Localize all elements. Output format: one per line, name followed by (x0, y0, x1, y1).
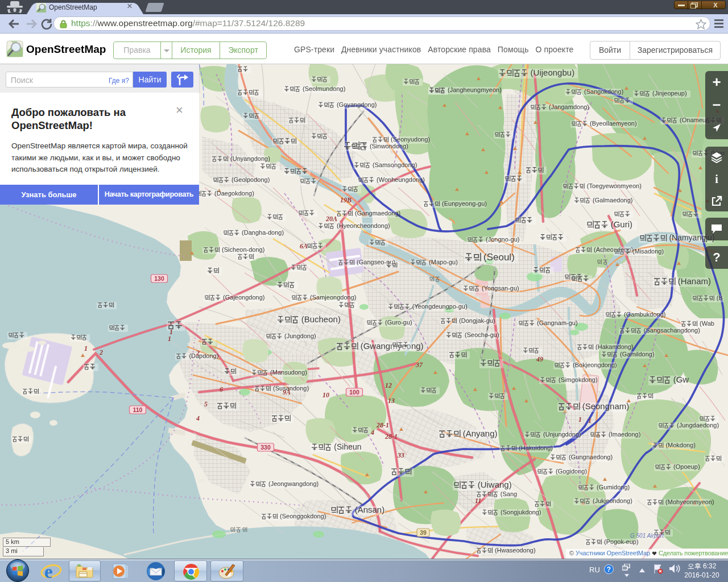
svg-text:(Songjukdong): (Songjukdong) (500, 509, 541, 516)
svg-text:(Sangsachangdong): (Sangsachangdong) (644, 327, 700, 334)
svg-text:(Hanam): (Hanam) (678, 276, 711, 286)
svg-text:(Gangmaedong): (Gangmaedong) (355, 210, 400, 217)
svg-text:(Uijeongbu): (Uijeongbu) (531, 68, 575, 77)
svg-text:(Dapdong): (Dapdong) (189, 352, 218, 359)
svg-text:(Yongsan-gu): (Yongsan-gu) (482, 285, 519, 292)
svg-text:(Galmaedong): (Galmaedong) (593, 197, 632, 203)
svg-text:4: 4 (370, 429, 374, 436)
svg-text:(Gambukdong): (Gambukdong) (624, 311, 665, 318)
svg-text:(Sangokdong): (Sangokdong) (584, 88, 623, 95)
svg-text:20A: 20A (325, 215, 337, 223)
svg-text:(Eunpyeong-gu): (Eunpyeong-gu) (442, 200, 487, 207)
svg-text:(Dangha-dong): (Dangha-dong) (242, 229, 284, 236)
svg-text:49: 49 (536, 355, 543, 363)
svg-text:(Seonggokdong): (Seonggokdong) (280, 513, 326, 519)
svg-text:(Gajeongdong): (Gajeongdong) (223, 294, 264, 301)
svg-text:(Jukjeondong): (Jukjeondong) (593, 497, 632, 504)
svg-text:33: 33 (397, 451, 404, 459)
svg-text:G 501 Airport: G 501 Airport (630, 533, 664, 539)
svg-text:(Jongno-gu): (Jongno-gu) (486, 236, 519, 243)
svg-text:(Pogok-eup): (Pogok-eup) (604, 538, 639, 545)
svg-text:19B: 19B (340, 196, 351, 204)
svg-text:(Opoeup): (Opoeup) (673, 463, 700, 470)
svg-text:(Wab: (Wab (700, 320, 714, 327)
svg-text:(Goyangdong): (Goyangdong) (337, 101, 377, 108)
svg-text:(Gogidong): (Gogidong) (556, 468, 587, 475)
svg-text:(Gangnam-gu): (Gangnam-gu) (537, 319, 578, 326)
svg-text:(Seonyudong): (Seonyudong) (391, 136, 430, 143)
svg-text:6A: 6A (300, 242, 308, 250)
svg-text:12: 12 (385, 381, 392, 389)
svg-text:(Toegyewonmyeon): (Toegyewonmyeon) (587, 182, 642, 189)
svg-text:(Gumidong): (Gumidong) (597, 484, 630, 490)
svg-text:(Jeongwangdong): (Jeongwangdong) (268, 480, 318, 487)
svg-text:39: 39 (420, 529, 427, 536)
svg-text:(Gungnaedong): (Gungnaedong) (569, 454, 613, 460)
svg-text:(Samsongdong): (Samsongdong) (373, 161, 417, 168)
svg-text:(Gamildong): (Gamildong) (620, 351, 655, 357)
svg-text:(Bokjeongdong): (Bokjeongdong) (573, 361, 617, 368)
svg-text:(Misadong): (Misadong) (632, 248, 664, 255)
svg-text:(Sicheon-dong): (Sicheon-dong) (222, 246, 264, 253)
svg-text:37: 37 (415, 361, 423, 369)
svg-text:(Mansudong): (Mansudong) (270, 369, 307, 376)
svg-text:(Seoul): (Seoul) (483, 252, 515, 263)
svg-text:(Byeollaemyeon): (Byeollaemyeon) (590, 120, 637, 127)
svg-text:(Bucheon): (Bucheon) (301, 314, 341, 324)
svg-text:(Hwaseodong): (Hwaseodong) (495, 547, 536, 554)
svg-text:e: e (44, 562, 53, 582)
svg-text:(Dongjak-gu): (Dongjak-gu) (459, 317, 495, 324)
svg-text:(Unjungdong): (Unjungdong) (543, 431, 581, 438)
svg-text:(Samjeongdong): (Samjeongdong) (310, 294, 356, 301)
svg-text:(Mohyeonmyeon): (Mohyeonmyeon) (665, 498, 714, 505)
svg-text:110: 110 (133, 406, 143, 413)
svg-text:13: 13 (388, 397, 395, 405)
svg-text:1: 1 (168, 335, 171, 343)
svg-text:(Hakamdong): (Hakamdong) (595, 343, 634, 350)
svg-text:(Geolpodong): (Geolpodong) (231, 176, 270, 183)
svg-text:(Uiwang): (Uiwang) (478, 480, 512, 489)
svg-text:(Seolmundong): (Seolmundong) (303, 85, 345, 92)
svg-text:(Unyangdong): (Unyangdong) (230, 155, 270, 162)
svg-text:100: 100 (349, 389, 359, 396)
svg-text:(Guro-gu): (Guro-gu) (385, 319, 412, 326)
svg-text:1: 1 (578, 415, 582, 423)
svg-text:(Hyeoncheondong): (Hyeoncheondong) (337, 222, 390, 229)
svg-text:(Guri): (Guri) (611, 219, 632, 229)
svg-text:(Sinwondong): (Sinwondong) (370, 143, 408, 149)
svg-text:(Imaedong): (Imaedong) (609, 431, 640, 438)
svg-text:(Hakuidong): (Hakuidong) (519, 444, 553, 451)
svg-text:5: 5 (204, 400, 208, 408)
svg-text:(Mokdong): (Mokdong) (665, 442, 696, 448)
svg-text:1: 1 (84, 344, 88, 352)
svg-text:(Mapo-gu): (Mapo-gu) (429, 259, 458, 265)
svg-text:6: 6 (220, 385, 223, 393)
svg-text:9A: 9A (283, 388, 291, 396)
svg-text:(Jangamdong): (Jangamdong) (549, 103, 589, 110)
svg-text:130: 130 (154, 275, 164, 282)
svg-text:330: 330 (260, 444, 271, 451)
svg-text:2: 2 (196, 349, 200, 357)
svg-text:(Jangheungmyeon): (Jangheungmyeon) (448, 86, 502, 93)
svg-text:(B: (B (717, 294, 723, 301)
svg-text:(Susandong): (Susandong) (273, 385, 309, 392)
svg-text:(Seongnam): (Seongnam) (582, 401, 630, 411)
svg-text:(Ansan): (Ansan) (355, 505, 385, 514)
svg-text:11: 11 (475, 497, 481, 505)
svg-text:(Jinjeopeup): (Jinjeopeup) (652, 90, 687, 97)
svg-text:(Gw: (Gw (673, 375, 689, 384)
svg-text:(Yeongdeungpo-gu): (Yeongdeungpo-gu) (412, 303, 468, 310)
svg-text:28-1: 28-1 (376, 421, 389, 429)
svg-text:(Wonheungdong): (Wonheungdong) (377, 176, 425, 183)
svg-text:1: 1 (588, 417, 592, 425)
svg-text:4: 4 (196, 414, 200, 422)
svg-text:(Jungdong): (Jungdong) (284, 332, 316, 339)
svg-text:(Seocho-gu): (Seocho-gu) (465, 331, 499, 338)
svg-text:(Sang: (Sang (500, 490, 517, 497)
svg-text:(Daegokdong): (Daegokdong) (214, 190, 254, 197)
svg-text:(Siheun: (Siheun (334, 442, 361, 451)
svg-text:28-1: 28-1 (384, 433, 398, 440)
svg-text:10: 10 (322, 391, 329, 399)
svg-text:(Simgokdong): (Simgokdong) (559, 376, 597, 383)
svg-text:2: 2 (99, 348, 103, 356)
